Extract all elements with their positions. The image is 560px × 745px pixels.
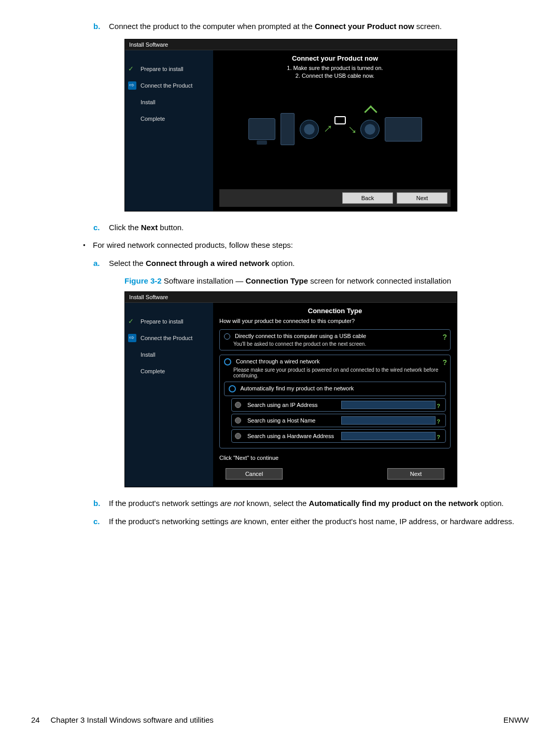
sidebar-label: Connect the Product [141,335,192,341]
footer-right: ENWW [503,715,529,724]
fig1-header: Install Software [125,39,457,50]
hw-input[interactable] [341,432,436,440]
search-ip-label: Search using an IP Address [247,402,338,408]
sidebar-label: Install [141,99,156,105]
next-button[interactable]: Next [397,192,447,204]
fig1-line2: 2. Connect the USB cable now. [219,72,451,80]
step-a2: a. Select the Connect through a wired ne… [109,258,529,270]
step-b2: b. If the product's network settings are… [109,498,529,510]
figcap-bold: Connection Type [245,276,308,285]
step-b-text-pre: Connect the product to the computer when… [109,22,315,31]
sidebar-item-install: Install [125,346,213,363]
figcap-pre: Software installation — [162,276,246,285]
radio-selected-icon[interactable] [229,385,236,392]
back-button[interactable]: Back [342,192,393,204]
step-c2-post: known, enter either the product's host n… [242,517,514,526]
sidebar-item-complete: Complete [125,363,213,379]
step-letter-b: b. [93,498,104,510]
fig2-header: Install Software [125,292,457,303]
search-ip-row[interactable]: Search using an IP Address ? [231,398,446,412]
help-icon[interactable]: ? [437,434,440,440]
search-host-row[interactable]: Search using a Host Name ? [231,414,446,427]
opt2-sub: Please make sure your product is powered… [233,367,446,378]
help-icon[interactable]: ? [437,418,440,425]
radio-icon[interactable] [235,417,241,424]
figure-2: Install Software Prepare to install Conn… [124,291,457,487]
radio-icon[interactable] [235,433,241,439]
step-c-pre: Click the [109,223,141,232]
fig1-line1: 1. Make sure the product is turned on. [219,64,451,72]
fig2-subtitle: How will your product be connected to th… [219,318,451,324]
check-icon [128,317,136,326]
sidebar-item-complete: Complete [125,110,213,127]
option-wired[interactable]: Connect through a wired network ? Please… [219,355,451,448]
ip-input[interactable] [341,401,436,409]
sidebar-item-prepare: Prepare to install [125,61,213,77]
fig1-footer: Back Next [219,189,451,207]
step-letter-c: c. [93,516,104,528]
step-b-bold: Connect your Product now [315,22,414,31]
disc-icon [300,120,319,139]
tower-icon [281,113,295,145]
next-button[interactable]: Next [387,468,444,480]
sidebar-item-prepare: Prepare to install [125,313,213,330]
sidebar-label: Install [141,352,156,358]
search-host-label: Search using a Host Name [247,417,338,424]
step-b2-mid: known, select the [244,499,309,508]
search-hw-row[interactable]: Search using a Hardware Address ? [231,429,446,443]
plug-icon [128,334,136,342]
figure-caption: Figure 3-2 Software installation — Conne… [124,275,529,286]
printer-icon [385,117,422,142]
opt2-main: Connect through a wired network [236,358,319,364]
document-page: b. Connect the product to the computer w… [31,21,529,724]
search-hw-label: Search using a Hardware Address [247,433,338,439]
step-c: c. Click the Next button. [109,222,529,234]
step-letter-a: a. [93,258,104,270]
figure-1: Install Software Prepare to install Conn… [124,39,457,212]
monitor-icon [248,118,275,140]
sidebar-item-connect: Connect the Product [125,330,213,346]
cancel-button[interactable]: Cancel [226,468,283,480]
step-c-bold: Next [141,223,158,232]
fig2-hint: Click "Next" to continue [219,455,451,461]
page-footer: 24 Chapter 3 Install Windows software an… [31,715,529,724]
sidebar-item-connect: Connect the Product [125,77,213,94]
fig2-title: Connection Type [219,307,451,315]
sidebar-label: Prepare to install [141,318,184,325]
host-input[interactable] [341,416,436,425]
opt3-main: Automatically find my product on the net… [240,385,354,391]
step-a2-bold: Connect through a wired network [146,259,269,268]
option-usb[interactable]: Directly connect to this computer using … [219,329,451,350]
step-c2: c. If the product's networking settings … [109,516,529,528]
page-number: 24 [31,715,40,724]
step-letter-b: b. [93,21,104,33]
step-c2-ital: are [231,517,242,526]
step-b2-ital: are not [220,499,245,508]
fig1-sidebar: Prepare to install Connect the Product I… [125,50,213,211]
arrows-icon: ↓↓ [324,119,355,139]
fig2-footer: Cancel Next [219,465,451,483]
option-auto-find[interactable]: Automatically find my product on the net… [224,382,446,396]
sidebar-label: Complete [141,368,165,374]
radio-icon[interactable] [235,402,241,408]
step-b-text-post: screen. [414,22,442,31]
help-icon[interactable]: ? [437,403,440,409]
connect-illustration: ↓↓ [219,85,451,173]
help-icon[interactable]: ? [442,358,447,367]
opt1-main: Directly connect to this computer using … [235,333,366,339]
sidebar-label: Prepare to install [141,66,184,72]
figcap-post: screen for network connected installatio… [308,276,451,285]
help-icon[interactable]: ? [442,333,447,341]
bullet-text: For wired network connected products, fo… [93,241,293,249]
chapter-title: Chapter 3 Install Windows software and u… [51,715,214,724]
step-b2-bold: Automatically find my product on the net… [309,499,479,508]
step-b2-post: option. [478,499,503,508]
fig-label: Figure 3-2 [124,276,162,285]
sidebar-item-install: Install [125,94,213,110]
radio-selected-icon[interactable] [224,358,231,366]
step-b2-pre: If the product's network settings [109,499,220,508]
fig2-sidebar: Prepare to install Connect the Product I… [125,303,213,487]
plug-icon [128,81,136,90]
opt1-sub: You'll be asked to connect the product o… [233,341,446,347]
radio-icon[interactable] [224,333,230,340]
